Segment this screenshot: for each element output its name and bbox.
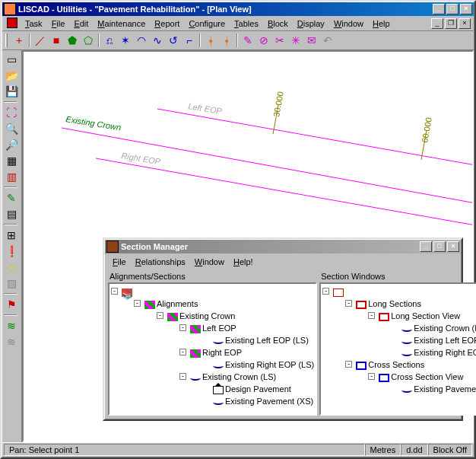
status-block[interactable]: Block Off [428, 444, 472, 456]
sm-minimize-button[interactable]: _ [420, 241, 432, 252]
hatch-button[interactable]: ▨ [4, 276, 19, 291]
loop-tool[interactable]: ↺ [166, 33, 181, 48]
tree-cross-sections[interactable]: -Cross Sections -Cross Section View Exis… [345, 359, 476, 395]
mdi-minimize-button[interactable]: _ [431, 18, 443, 29]
arc-tool[interactable]: ◠ [134, 33, 149, 48]
tree-alignments[interactable]: -Alignments -Existing Crown -Left EOP Ex… [134, 298, 314, 407]
svg-line-1 [62, 128, 474, 204]
tree-existing-crown[interactable]: -Existing Crown -Left EOP Existing Left … [157, 310, 314, 407]
sm-maximize-button[interactable]: □ [433, 241, 446, 252]
track-button[interactable]: ≋ [4, 318, 19, 333]
corner-tool[interactable]: ⌐ [182, 33, 197, 48]
snap-tool[interactable]: ✳ [288, 33, 303, 48]
tree-r-existing-crown-ls[interactable]: Existing Crown (LS) [391, 322, 476, 334]
grid2-button[interactable]: ⊞ [4, 228, 19, 243]
status-bar: Pan: Select point 1 Metres d.dd Block Of… [2, 442, 474, 457]
mdi-close-button[interactable]: × [459, 18, 471, 29]
section-manager-title: Section Manager [121, 242, 420, 251]
pencil-button[interactable]: ✎ [4, 190, 19, 206]
break-tool[interactable]: ✂ [272, 33, 287, 48]
layer-button[interactable]: ▥ [4, 169, 19, 184]
status-units[interactable]: Metres [365, 444, 401, 456]
menu-window[interactable]: Window [329, 18, 368, 29]
zoom-in-button[interactable]: 🔍 [4, 121, 19, 136]
section-manager-title-bar[interactable]: Section Manager _ □ × [105, 240, 461, 253]
window-title: LISCAD - Utilities - "Pavement Rehabilit… [18, 5, 433, 14]
tree-design-pavement[interactable]: Design Pavement [202, 383, 314, 395]
label-existing-crown: Existing Crown [65, 114, 122, 132]
maximize-button[interactable]: □ [446, 4, 459, 14]
tree-long-sections[interactable]: -Long Sections -Long Section View Existi… [345, 298, 476, 359]
toolbar-grip[interactable] [5, 33, 8, 47]
section-manager-menubar: File Relationships Window Help! [105, 253, 461, 270]
tree-right-eop[interactable]: -Right EOP Existing Right EOP (LS) [179, 346, 314, 371]
zoom-extents-button[interactable]: ⛶ [4, 105, 19, 120]
panel-section-windows-title: Section Windows [319, 272, 476, 282]
tree-existing-crown-ls[interactable]: -Existing Crown (LS) Design Pavement Exi… [179, 371, 314, 407]
track2-button[interactable]: ≋ [4, 334, 19, 349]
block-tool[interactable]: ■ [49, 33, 64, 48]
tree-left-eop[interactable]: -Left EOP Existing Left EOP (LS) [179, 322, 314, 346]
pick-tool[interactable]: ✎ [240, 33, 255, 48]
tree-existing-left-eop-ls[interactable]: Existing Left EOP (LS) [202, 334, 314, 346]
tree-r-existing-left-eop-ls[interactable]: Existing Left EOP (LS) [391, 334, 476, 346]
line-tool[interactable]: ／ [33, 33, 48, 48]
title-bar: LISCAD - Utilities - "Pavement Rehabilit… [2, 2, 474, 16]
flag-button[interactable]: ⚑ [4, 297, 19, 312]
open-button[interactable]: 📂 [4, 68, 19, 83]
menu-configure[interactable]: Configure [184, 18, 230, 29]
menu-report[interactable]: Report [150, 18, 184, 29]
label-ch60: 60.000 [420, 116, 433, 143]
tree-existing-right-eop-ls[interactable]: Existing Right EOP (LS) [202, 359, 314, 371]
save-button[interactable]: 💾 [4, 84, 19, 99]
grid-button[interactable]: ▤ [4, 206, 19, 222]
marker-tool-2[interactable]: ⍿ [219, 33, 234, 48]
minimize-button[interactable]: _ [433, 4, 445, 14]
menu-file[interactable]: File [47, 18, 70, 29]
menu-display[interactable]: Display [293, 18, 329, 29]
info-button[interactable]: ❗ [4, 244, 19, 259]
menu-tables[interactable]: Tables [230, 18, 263, 29]
sm-close-button[interactable]: × [447, 241, 459, 252]
point-tool[interactable]: + [11, 33, 27, 48]
tree-root[interactable]: -📚 -Alignments -Existing Crown -Left EOP… [111, 285, 314, 407]
status-angles[interactable]: d.dd [401, 444, 427, 456]
sm-menu-file[interactable]: File [108, 257, 131, 267]
section-windows-tree[interactable]: - -Long Sections -Long Section View Exis… [319, 282, 476, 416]
menu-block[interactable]: Block [263, 18, 293, 29]
close-button[interactable]: × [460, 4, 472, 14]
side-toolbar: ▭ 📂 💾 ⛶ 🔍 🔎 ▦ ▥ ✎ ▤ ⊞ ❗ ◇ ▨ ⚑ ≋ [2, 50, 22, 442]
tree-long-section-view[interactable]: -Long Section View Existing Crown (LS) E… [368, 310, 476, 359]
polygon-tool-2[interactable]: ⬠ [81, 33, 96, 48]
tree-cross-section-view[interactable]: -Cross Section View Existing Pavement (X… [368, 371, 476, 395]
section-manager-window: Section Manager _ □ × File Relationships… [103, 237, 463, 421]
mdi-restore-button[interactable]: ❐ [445, 18, 457, 29]
tree-root-r[interactable]: - -Long Sections -Long Section View Exis… [322, 285, 476, 395]
menu-task[interactable]: Task [21, 18, 47, 29]
status-message: Pan: Select point 1 [4, 444, 365, 456]
new-doc-button[interactable]: ▭ [4, 52, 19, 67]
no-point-tool[interactable]: ⊘ [256, 33, 271, 48]
sm-menu-help[interactable]: Help! [229, 257, 258, 267]
mail-tool[interactable]: ✉ [304, 33, 319, 48]
polygon-tool[interactable]: ⬟ [65, 33, 80, 48]
app-icon [4, 3, 16, 15]
sm-menu-window[interactable]: Window [190, 257, 229, 267]
menu-help[interactable]: Help [368, 18, 395, 29]
vertex-tool[interactable]: ✶ [118, 33, 133, 48]
warn-button[interactable]: ◇ [4, 260, 19, 275]
tree-existing-pavement-xs[interactable]: Existing Pavement (XS) [202, 395, 314, 407]
alignments-tree[interactable]: -📚 -Alignments -Existing Crown -Left EOP… [108, 282, 317, 416]
zoom-out-button[interactable]: 🔎 [4, 137, 19, 152]
sm-menu-relationships[interactable]: Relationships [131, 257, 190, 267]
join-tool[interactable]: ⎌ [102, 33, 117, 48]
marker-tool-1[interactable]: ⍿ [203, 33, 218, 48]
undo-tool[interactable]: ↶ [320, 33, 335, 48]
curve-tool[interactable]: ∿ [150, 33, 165, 48]
tree-r-existing-right-eop-ls[interactable]: Existing Right EOP (LS) [391, 346, 476, 359]
menu-edit[interactable]: Edit [69, 18, 93, 29]
tree-r-existing-pavement-xs[interactable]: Existing Pavement (XS) [391, 383, 476, 395]
label-ch30: 30.000 [271, 91, 285, 117]
zoom-window-button[interactable]: ▦ [4, 153, 19, 168]
menu-maintenance[interactable]: Maintenance [93, 18, 150, 29]
